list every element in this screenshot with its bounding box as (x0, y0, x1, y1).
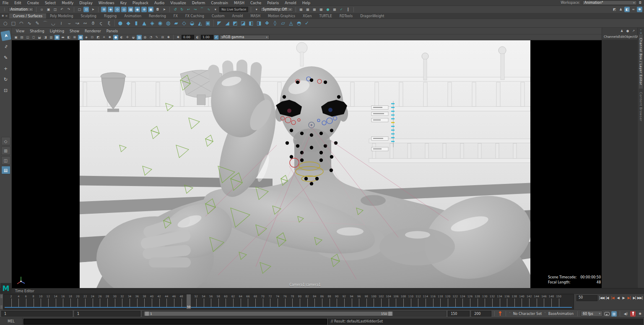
rotate-tool[interactable]: ↻ (1, 75, 10, 84)
grid-icon[interactable]: ▦ (55, 35, 60, 40)
layout-single-pane-button[interactable]: ◇ (1, 137, 10, 145)
insert-isoparm-icon[interactable]: ◊ (271, 19, 279, 27)
new-scene-icon[interactable]: ▫ (39, 7, 44, 12)
layout-two-pane-button[interactable]: ◫ (1, 156, 10, 165)
tab-channel-box-layer-editor[interactable]: Channel Box / Layer Editor (639, 34, 643, 89)
range-end-handle[interactable] (388, 312, 392, 316)
surface-snap-icon[interactable]: ∿ (206, 7, 211, 12)
view-transform-checkbox[interactable]: ✓ (214, 35, 218, 39)
channelbox-menu-object[interactable]: Object (624, 35, 634, 39)
detach-surfaces-icon[interactable]: ◨ (255, 19, 263, 27)
rebuild-icon[interactable]: ↪ (192, 7, 198, 12)
safe-title-icon[interactable]: ⊡ (90, 35, 95, 40)
range-slider[interactable]: 1 150 (142, 311, 446, 317)
playback-options-icon[interactable] (604, 312, 610, 316)
range-slider-bar[interactable]: 1 150 (144, 312, 393, 316)
nurbs-cylinder-icon[interactable]: ▮ (132, 19, 140, 27)
set-key-icon[interactable] (498, 311, 503, 317)
open-scene-icon[interactable]: ▣ (46, 7, 51, 12)
shelf-tab-animation[interactable]: Animation (120, 13, 145, 18)
extrude-icon[interactable]: ◒ (188, 19, 196, 27)
pencil-curve-icon[interactable]: ✎ (34, 19, 41, 27)
shelf-tab-fx[interactable]: FX (170, 13, 182, 18)
keyframe-inbetween-icon[interactable]: ▦ (312, 7, 317, 12)
animation-preferences-button[interactable]: ✱ (637, 311, 643, 317)
menu-mash[interactable]: MASH (234, 1, 244, 5)
animation-start-field[interactable]: 1 (1, 311, 73, 317)
select-component-icon[interactable]: ➤ (90, 7, 96, 12)
workspace-dropdown[interactable]: Animation*▾ (582, 0, 637, 5)
go-to-start-button[interactable]: |◀◀ (599, 295, 604, 301)
gate-mask-icon[interactable]: ⊞ (72, 35, 77, 40)
graph-icon[interactable]: ↗ (631, 28, 636, 33)
textured-icon[interactable]: ✺ (107, 35, 112, 40)
nurbs-torus-icon[interactable]: ◉ (156, 19, 164, 27)
oversscan-icon[interactable]: ▥ (49, 35, 54, 40)
menu-edit[interactable]: Edit (14, 1, 21, 5)
use-all-lights-icon[interactable]: ● (113, 35, 118, 40)
menu-polaris[interactable]: Polaris (267, 1, 279, 5)
time-editor-label[interactable]: Time Editor (15, 289, 34, 293)
save-scene-icon[interactable]: ◫ (52, 7, 58, 12)
menu-visualize[interactable]: Visualize (170, 1, 186, 5)
menu-deform[interactable]: Deform (192, 1, 205, 5)
trim-tool-icon[interactable]: ◩ (231, 19, 239, 27)
multisample-icon[interactable]: ▨ (137, 35, 142, 40)
nurbs-cube-icon[interactable]: ◆ (125, 19, 132, 27)
lock-camera-icon[interactable]: ▤ (19, 35, 24, 40)
select-camera-icon[interactable]: ▣ (13, 35, 18, 40)
isolate-select-icon[interactable]: ◔ (148, 35, 153, 40)
joints-xray-icon[interactable]: ⊟ (160, 35, 165, 40)
freeform-fillet-icon[interactable]: ◓ (295, 19, 303, 27)
film-gate-icon[interactable]: ▬ (60, 35, 65, 40)
settings-icon[interactable]: ✱ (637, 7, 642, 12)
shelf-tab-mash[interactable]: MASH (247, 13, 264, 18)
menu-create[interactable]: Create (27, 1, 39, 5)
shelf-menu-button[interactable]: ✱≡ (0, 14, 9, 18)
ghosting-icon[interactable]: ▦ (332, 7, 338, 12)
gamma-field[interactable]: 1.00 (201, 35, 213, 39)
snap-grid-icon[interactable]: ⊞ (101, 7, 106, 12)
range-start-handle[interactable] (145, 312, 149, 316)
screen-space-ao-icon[interactable]: ✛ (125, 35, 130, 40)
animation-end-field[interactable]: 200 (471, 311, 491, 317)
2d-pan-zoom-icon[interactable]: ◨ (43, 35, 48, 40)
open-close-icon[interactable]: ❖ (263, 19, 271, 27)
wireframe-icon[interactable]: ◩ (96, 35, 101, 40)
cut-curve-icon[interactable]: ϑ (89, 19, 97, 27)
shelf-tab-fx-caching[interactable]: FX Caching (182, 13, 208, 18)
revolve-icon[interactable]: ◍ (164, 19, 172, 27)
menu-key[interactable]: Key (120, 1, 127, 5)
redo-icon[interactable]: ↷ (66, 7, 71, 12)
nurbs-plane-icon[interactable]: ◈ (148, 19, 156, 27)
snap-together-icon[interactable]: ⊕ (141, 7, 147, 12)
boundary-icon[interactable]: ▣ (204, 19, 212, 27)
keyframe-set-icon[interactable]: ▦ (299, 7, 304, 12)
select-tool[interactable]: ➤ (0, 30, 11, 41)
cv-curve-icon[interactable]: ◠ (18, 19, 25, 27)
shelf-tab-arnold[interactable]: Arnold (229, 13, 247, 18)
shadows-icon[interactable]: ◐ (119, 35, 124, 40)
step-back-frame-button[interactable]: |◀ (605, 295, 610, 301)
panel-menu-show[interactable]: Show (70, 29, 79, 33)
extend-curve-icon[interactable]: ↝ (73, 19, 81, 27)
construction-history-icon[interactable]: ↩ (186, 7, 191, 12)
offset-curve-icon[interactable]: ≀ (57, 19, 65, 27)
panel-menu-view[interactable]: View (16, 29, 24, 33)
menu-audio[interactable]: Audio (154, 1, 164, 5)
collapse-icon[interactable]: ⌄ (640, 28, 642, 31)
curve-edit-icon[interactable]: ξ (105, 19, 113, 27)
paint-select-tool[interactable]: ✎ (1, 53, 10, 62)
shelf-tab-dragonweight[interactable]: DragonWeight (356, 13, 388, 18)
motion-blur-icon[interactable]: ◒ (131, 35, 136, 40)
panel-layout-icon[interactable]: ◧ (624, 7, 630, 12)
nurbs-cone-icon[interactable]: ▲ (140, 19, 148, 27)
step-back-key-button[interactable]: |◀ (610, 295, 615, 301)
menu-modify[interactable]: Modify (62, 1, 73, 5)
grip-icon[interactable]: ⋮ (2, 7, 7, 12)
menu-set-dropdown[interactable]: Animation▾ (8, 7, 34, 12)
lock-icon[interactable]: ◘ (155, 7, 160, 12)
arc-3pt-icon[interactable]: ⌒ (42, 19, 49, 27)
exposure-icon[interactable]: ✱ (166, 35, 171, 40)
fillet-curve-icon[interactable]: ⌣ (65, 19, 73, 27)
